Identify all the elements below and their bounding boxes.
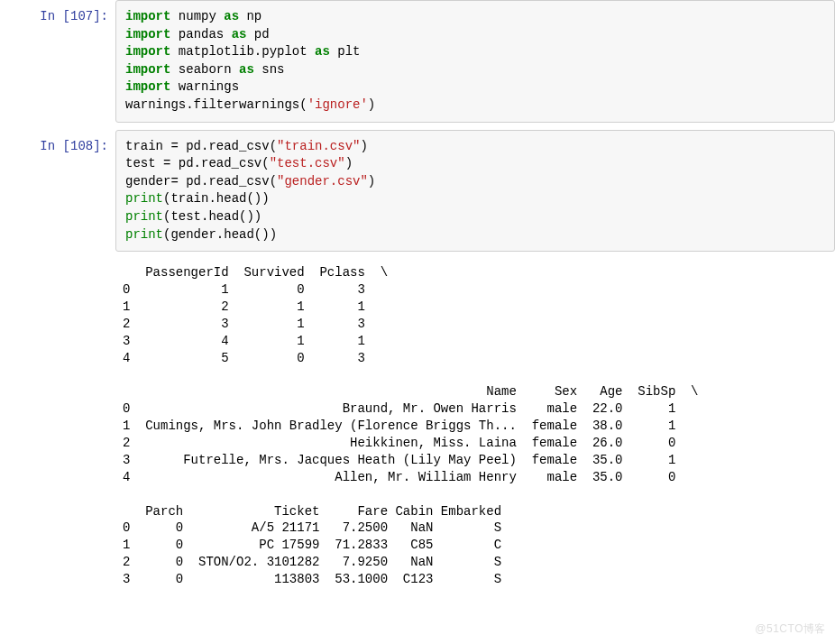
code-input[interactable]: import numpy as np import pandas as pd i… — [115, 0, 835, 123]
stdout-output: PassengerId Survived Pclass \ 0 1 0 3 1 … — [115, 259, 835, 588]
code-cell: In [108]: train = pd.read_csv("train.csv… — [0, 130, 835, 253]
input-prompt: In [108]: — [0, 130, 115, 253]
output-prompt — [0, 259, 115, 588]
prompt-number: [108]: — [63, 139, 108, 153]
code-input[interactable]: train = pd.read_csv("train.csv") test = … — [115, 130, 835, 253]
prompt-number: [107]: — [63, 9, 108, 23]
input-prompt: In [107]: — [0, 0, 115, 123]
prompt-label: In — [40, 139, 62, 153]
code-cell: In [107]: import numpy as np import pand… — [0, 0, 835, 123]
output-cell: PassengerId Survived Pclass \ 0 1 0 3 1 … — [0, 259, 835, 588]
prompt-label: In — [40, 9, 62, 23]
